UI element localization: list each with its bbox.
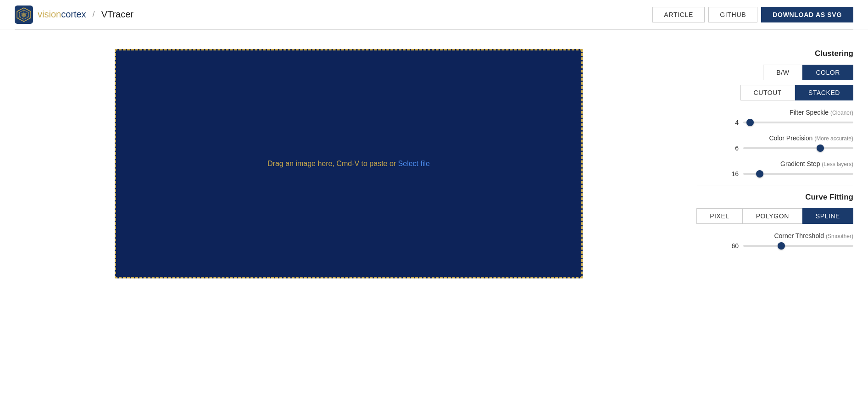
gradient-step-label: Gradient Step (Less layers) [697, 160, 853, 167]
stacked-button[interactable]: STACKED [795, 85, 853, 100]
corner-threshold-label: Corner Threshold (Smoother) [697, 232, 853, 239]
filter-speckle-value: 4 [726, 119, 739, 126]
corner-threshold-row: 60 [697, 242, 853, 250]
drop-zone-text: Drag an image here, Cmd-V to paste or Se… [267, 160, 430, 168]
right-panel: Clustering B/W COLOR CUTOUT STACKED Filt… [697, 44, 853, 385]
spline-button[interactable]: SPLINE [802, 208, 853, 224]
clustering-section: Clustering B/W COLOR CUTOUT STACKED Filt… [697, 49, 853, 178]
logo-divider: / [93, 10, 95, 19]
color-precision-value: 6 [726, 144, 739, 152]
color-precision-label: Color Precision (More accurate) [697, 134, 853, 142]
canvas-area: Drag an image here, Cmd-V to paste or Se… [15, 44, 683, 385]
corner-threshold-section: Corner Threshold (Smoother) 60 [697, 232, 853, 250]
logo-brand-text: visioncortex [38, 9, 86, 20]
filter-speckle-label: Filter Speckle (Cleaner) [697, 109, 853, 116]
logo-icon [15, 6, 33, 24]
bw-button[interactable]: B/W [763, 65, 802, 80]
pixel-button[interactable]: PIXEL [696, 208, 743, 224]
clustering-mode-group: B/W COLOR [697, 65, 853, 80]
gradient-step-section: Gradient Step (Less layers) 16 [697, 160, 853, 178]
gradient-step-row: 16 [697, 170, 853, 178]
corner-threshold-slider[interactable] [743, 245, 853, 247]
curve-fitting-title: Curve Fitting [697, 193, 853, 202]
clustering-title: Clustering [697, 49, 853, 58]
main-layout: Drag an image here, Cmd-V to paste or Se… [0, 30, 868, 400]
gradient-step-value: 16 [726, 170, 739, 178]
drop-zone-prompt: Drag an image here, Cmd-V to paste or [267, 160, 398, 167]
gradient-step-slider[interactable] [743, 173, 853, 175]
color-button[interactable]: COLOR [802, 65, 853, 80]
header-nav: ARTICLE GITHUB DOWNLOAD AS SVG [652, 7, 853, 22]
color-precision-row: 6 [697, 144, 853, 152]
curve-fitting-section: Curve Fitting PIXEL POLYGON SPLINE Corne… [697, 193, 853, 250]
color-precision-section: Color Precision (More accurate) 6 [697, 134, 853, 152]
filter-speckle-section: Filter Speckle (Cleaner) 4 [697, 109, 853, 126]
polygon-button[interactable]: POLYGON [743, 208, 802, 224]
logo-vtracer: VTracer [101, 9, 134, 20]
select-file-link[interactable]: Select file [398, 160, 430, 167]
logo-vision: vision [38, 9, 61, 19]
cutout-button[interactable]: CUTOUT [740, 85, 795, 100]
filter-speckle-row: 4 [697, 119, 853, 126]
download-svg-button[interactable]: DOWNLOAD AS SVG [761, 7, 853, 22]
curve-fitting-group: PIXEL POLYGON SPLINE [697, 208, 853, 224]
color-precision-slider[interactable] [743, 147, 853, 149]
article-button[interactable]: ARTICLE [652, 7, 705, 22]
corner-threshold-value: 60 [726, 242, 739, 250]
filter-speckle-slider[interactable] [743, 122, 853, 123]
layer-mode-group: CUTOUT STACKED [697, 85, 853, 100]
header: visioncortex / VTracer ARTICLE GITHUB DO… [0, 0, 868, 29]
github-button[interactable]: GITHUB [708, 7, 757, 22]
drop-zone[interactable]: Drag an image here, Cmd-V to paste or Se… [115, 49, 583, 278]
logo-area: visioncortex / VTracer [15, 6, 134, 24]
panel-divider [697, 185, 853, 185]
logo-cortex: cortex [61, 9, 86, 19]
